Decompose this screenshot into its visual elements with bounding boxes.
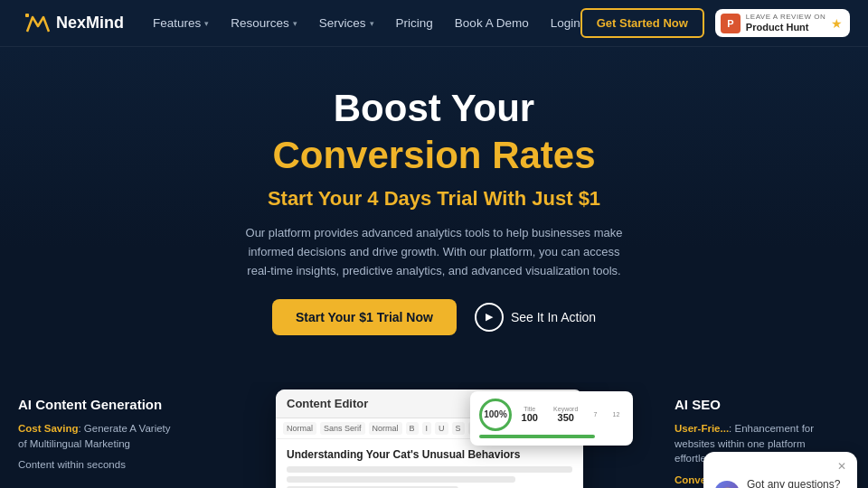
nav-actions: Get Started Now P LEAVE A REVIEW ON Prod…	[580, 8, 843, 38]
hero-title-line1: Boost Your	[18, 87, 850, 130]
svg-rect-0	[25, 14, 29, 17]
left-panel: AI Content Generation Cost Saving: Gener…	[0, 382, 199, 488]
analytics-float: 100% Title 100 Keyword 350 7 12	[470, 391, 633, 446]
left-bullet-1: Cost Saving: Generate A Variety of Multi…	[18, 421, 181, 451]
center-mockup: Content Editor Normal Sans Serif Normal …	[199, 382, 660, 488]
analytics-cell-v1: 7	[594, 411, 598, 418]
left-bullet-list: Cost Saving: Generate A Variety of Multi…	[18, 421, 181, 473]
chevron-down-icon: ▾	[204, 19, 209, 28]
hero-title-line2: Conversion Rates	[18, 134, 850, 177]
mockup-title: Content Editor	[287, 397, 368, 410]
nav-features[interactable]: Features ▾	[153, 16, 209, 30]
nav-login[interactable]: Login	[551, 16, 580, 30]
hero-description: Our platform provides advanced analytics…	[244, 223, 624, 281]
product-hunt-badge[interactable]: P LEAVE A REVIEW ON Product Hunt ★	[715, 9, 850, 37]
left-panel-title: AI Content Generation	[18, 397, 181, 412]
score-circle: 100%	[479, 399, 512, 431]
chevron-down-icon: ▾	[370, 19, 374, 28]
nav-pricing[interactable]: Pricing	[396, 16, 433, 30]
chat-bubble-header: ✕	[714, 461, 846, 472]
chat-bubble: ✕ 😊 Got any questions? I'm happy to help…	[703, 452, 857, 488]
hero-section: Boost Your Conversion Rates Start Your 4…	[0, 47, 868, 382]
analytics-row: 100% Title 100 Keyword 350 7 12	[479, 399, 624, 431]
toolbar-font[interactable]: Sans Serif	[320, 422, 365, 435]
product-hunt-text: LEAVE A REVIEW ON Product Hunt	[746, 13, 826, 33]
analytics-cell-keyword: Keyword 350	[553, 406, 578, 423]
hero-subtitle: Start Your 4 Days Trial With Just $1	[18, 187, 850, 211]
left-bullet-2: Content within seconds	[18, 457, 181, 473]
mockup-line	[287, 466, 572, 473]
right-highlight-1: User-Frie...	[675, 423, 729, 434]
analytics-cell-title: Title 100	[522, 406, 538, 423]
analytics-bar	[479, 435, 595, 438]
play-icon: ▶	[475, 303, 504, 332]
mockup-lines	[287, 466, 572, 488]
toolbar-italic[interactable]: I	[422, 422, 432, 435]
chevron-down-icon: ▾	[293, 19, 297, 28]
mockup-body-title: Understanding Your Cat's Unusual Behavio…	[287, 448, 572, 461]
mockup-line	[287, 476, 515, 483]
trial-button[interactable]: Start Your $1 Trial Now	[272, 299, 457, 335]
nav-links: Features ▾ Resources ▾ Services ▾ Pricin…	[153, 16, 580, 30]
toolbar-strike[interactable]: S	[452, 422, 465, 435]
nexmind-logo-icon	[25, 14, 51, 33]
chat-avatar: 😊	[714, 481, 740, 488]
toolbar-normal[interactable]: Normal	[283, 422, 316, 435]
toolbar-underline[interactable]: U	[435, 422, 448, 435]
toolbar-bold[interactable]: B	[406, 422, 419, 435]
right-panel: AI SEO User-Frie...: Enhancement for web…	[660, 382, 868, 488]
nav-services[interactable]: Services ▾	[319, 16, 374, 30]
chat-message: Got any questions? I'm happy to help.	[747, 477, 846, 488]
toolbar-size[interactable]: Normal	[369, 422, 402, 435]
chat-content: 😊 Got any questions? I'm happy to help.	[714, 477, 846, 488]
analytics-cell-v2: 12	[613, 411, 620, 418]
see-action-button[interactable]: ▶ See It In Action	[475, 303, 596, 332]
hero-buttons: Start Your $1 Trial Now ▶ See It In Acti…	[18, 299, 850, 335]
chat-close-button[interactable]: ✕	[837, 461, 846, 472]
logo[interactable]: NexMind	[25, 14, 124, 33]
nav-book-demo[interactable]: Book A Demo	[455, 16, 529, 30]
mockup-body: Understanding Your Cat's Unusual Behavio…	[276, 439, 583, 488]
bullet-highlight-1: Cost Saving	[18, 423, 78, 434]
right-panel-title: AI SEO	[675, 397, 854, 412]
star-icon: ★	[831, 16, 843, 31]
get-started-button[interactable]: Get Started Now	[580, 8, 704, 38]
nav-resources[interactable]: Resources ▾	[231, 16, 297, 30]
navbar: NexMind Features ▾ Resources ▾ Services …	[0, 0, 868, 47]
bottom-section: AI Content Generation Cost Saving: Gener…	[0, 382, 868, 488]
product-hunt-icon: P	[721, 14, 741, 33]
